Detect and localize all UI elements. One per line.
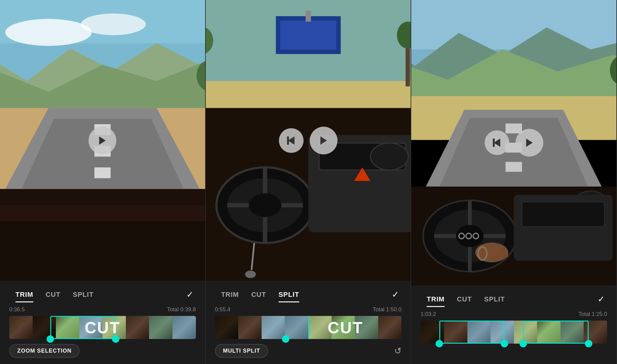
frame-1-7 (149, 316, 172, 339)
controls-1 (89, 127, 116, 154)
svg-rect-76 (481, 250, 508, 258)
total-time-3: Total 1:25.0 (578, 311, 607, 317)
svg-point-2 (5, 19, 92, 46)
tab-trim-2[interactable]: TRIM (215, 288, 245, 301)
video-area-3 (411, 0, 616, 285)
tab-trim-3[interactable]: TRIM (420, 293, 451, 306)
undo-button-2[interactable]: ↺ (394, 346, 401, 356)
svg-rect-11 (94, 167, 111, 178)
rewind-button-2[interactable] (279, 128, 304, 153)
action-bar-2: MULTI SPLIT ↺ (212, 339, 405, 361)
handle-3b-left[interactable] (520, 340, 527, 347)
play-button-2[interactable] (310, 127, 337, 154)
svg-rect-25 (280, 21, 336, 50)
frame-2-6 (332, 316, 355, 339)
multi-split-button[interactable]: MULTI SPLIT (215, 344, 268, 358)
tab-split-3[interactable]: SPLIT (478, 293, 511, 306)
frame-1-4 (79, 316, 103, 339)
controls-2 (279, 127, 337, 154)
current-time-2: 0:55.4 (215, 306, 230, 313)
bottom-controls-1: TRIM CUT SPLIT ✓ 0:36.5 Total 0:39.8 (0, 281, 205, 364)
handle-2[interactable] (282, 335, 289, 343)
svg-rect-80 (522, 202, 604, 227)
handle-3b-right[interactable] (585, 340, 592, 347)
timeline-info-1: 0:36.5 Total 0:39.8 (6, 305, 199, 314)
action-bar-3 (417, 344, 610, 361)
tab-bar-1: TRIM CUT SPLIT ✓ (6, 287, 199, 302)
frame-2-8 (378, 316, 402, 339)
timeline-info-2: 0:55.4 Total 1:50.0 (212, 305, 405, 314)
panel-split: TRIM CUT SPLIT ✓ 0:55.4 Total 1:50.0 (206, 0, 412, 364)
tab-cut-2[interactable]: CUT (245, 288, 272, 301)
panel-trim: TRIM CUT SPLIT ✓ 0:36.5 Total 0:39.8 (0, 0, 206, 364)
frame-1-1 (9, 316, 33, 339)
tab-cut-3[interactable]: CUT (451, 293, 478, 306)
svg-rect-59 (506, 162, 522, 172)
check-button-3[interactable]: ✓ (595, 292, 607, 307)
check-button-2[interactable]: ✓ (389, 287, 401, 302)
frame-2-7 (355, 316, 378, 339)
frame-3-2 (444, 321, 467, 344)
timeline-info-3: 1:03.2 Total 1:25.0 (417, 310, 610, 319)
total-time-1: Total 0:39.8 (167, 306, 196, 313)
svg-rect-51 (411, 0, 616, 49)
tab-bar-3: TRIM CUT SPLIT ✓ (417, 292, 610, 307)
total-time-2: Total 1:50.0 (373, 306, 401, 313)
svg-marker-20 (99, 136, 106, 145)
frame-3-5 (514, 321, 537, 344)
bottom-controls-2: TRIM CUT SPLIT ✓ 0:55.4 Total 1:50.0 (206, 281, 411, 364)
svg-rect-84 (493, 139, 495, 147)
bottom-controls-3: TRIM CUT SPLIT ✓ 1:03.2 Total 1:25.0 (411, 285, 616, 364)
frame-3-3 (467, 321, 491, 344)
frame-3-6 (537, 321, 561, 344)
strip-frames-1 (9, 316, 196, 339)
frame-2-5 (308, 316, 332, 339)
svg-rect-48 (287, 136, 289, 145)
action-bar-1: ZOOM SELECTION (6, 339, 199, 361)
svg-point-42 (370, 143, 408, 170)
svg-marker-83 (494, 139, 500, 147)
handle-right-1[interactable] (112, 335, 119, 343)
svg-rect-26 (305, 11, 311, 22)
controls-3 (485, 129, 543, 157)
frame-3-4 (491, 321, 514, 344)
svg-marker-85 (526, 139, 532, 147)
tab-cut-1[interactable]: CUT (39, 288, 67, 301)
video-area-2 (206, 0, 411, 281)
frame-1-6 (126, 316, 149, 339)
timeline-strip-2[interactable] (215, 316, 402, 339)
frame-2-4 (285, 316, 308, 339)
svg-point-67 (456, 225, 484, 247)
svg-point-3 (81, 14, 146, 35)
tab-split-2[interactable]: SPLIT (272, 288, 305, 301)
svg-point-34 (249, 193, 281, 217)
handle-3a-right[interactable] (501, 340, 508, 347)
split-line-2 (308, 316, 309, 339)
strip-frames-3 (420, 321, 607, 344)
timeline-strip-1[interactable] (9, 316, 196, 339)
current-time-1: 0:36.5 (9, 306, 25, 313)
rewind-button-3[interactable] (485, 130, 509, 155)
svg-marker-47 (288, 136, 295, 145)
frame-2-1 (215, 316, 238, 339)
frame-1-2 (33, 316, 56, 339)
frame-1-8 (172, 316, 196, 339)
play-button-1[interactable] (89, 127, 116, 154)
frame-2-3 (262, 316, 285, 339)
frame-1-3 (56, 316, 79, 339)
check-button-1[interactable]: ✓ (184, 287, 196, 302)
handle-left-1[interactable] (47, 335, 54, 343)
svg-point-44 (245, 271, 256, 278)
tab-split-1[interactable]: SPLIT (67, 288, 100, 301)
svg-rect-17 (0, 189, 205, 221)
zoom-selection-button[interactable]: ZOOM SELECTION (9, 344, 80, 358)
tab-trim-1[interactable]: TRIM (9, 288, 39, 301)
tab-bar-2: TRIM CUT SPLIT ✓ (212, 287, 405, 302)
play-button-3[interactable] (516, 129, 543, 157)
svg-marker-49 (321, 136, 327, 145)
current-time-3: 1:03.2 (420, 311, 436, 317)
handle-3a-left[interactable] (436, 340, 443, 347)
frame-3-7 (561, 321, 584, 344)
panel-trim-3: TRIM CUT SPLIT ✓ 1:03.2 Total 1:25.0 (411, 0, 617, 364)
timeline-strip-3[interactable] (420, 321, 607, 344)
